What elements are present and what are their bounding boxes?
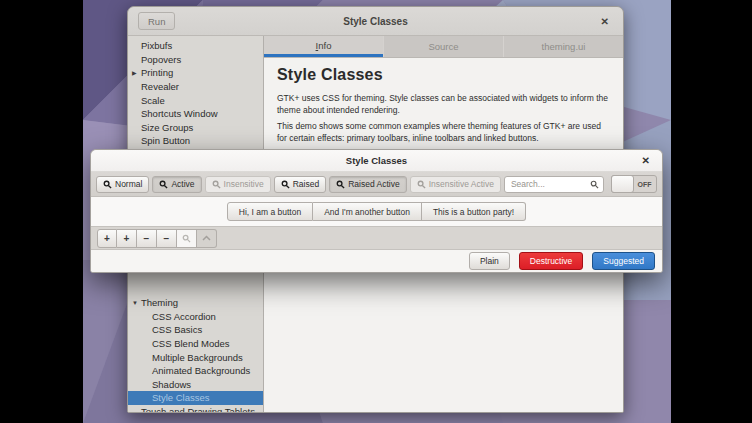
and-im-another-button[interactable]: And I'm another button <box>313 202 422 221</box>
search-icon <box>159 180 168 189</box>
info-heading: Style Classes <box>277 66 610 84</box>
raised-active-button[interactable]: Raised Active <box>329 176 407 193</box>
info-paragraph-1: GTK+ uses CSS for theming. Style classes… <box>277 93 610 116</box>
switch-off-label: OFF <box>633 176 656 192</box>
dialog-title: Style Classes <box>91 155 662 166</box>
dialog-headerbar: Style Classes ✕ <box>91 150 662 172</box>
sidebar-item-pixbufs[interactable]: Pixbufs <box>128 39 263 53</box>
primary-toolbar: Normal Active Insensitive Raised Raised … <box>91 172 662 197</box>
demo-headerbar: Run Style Classes ✕ <box>128 7 623 36</box>
sidebar-item-scale[interactable]: Scale <box>128 93 263 107</box>
sidebar-item-css-accordion[interactable]: CSS Accordion <box>128 310 263 324</box>
linked-buttons-row: Hi, I am a button And I'm another button… <box>91 197 662 226</box>
remove-button[interactable]: − <box>157 229 177 248</box>
tab-source[interactable]: Source <box>383 36 503 57</box>
notebook-tabbar: Info Source theming.ui <box>264 36 623 58</box>
add-button[interactable]: + <box>117 229 137 248</box>
hi-i-am-a-button[interactable]: Hi, I am a button <box>227 202 313 221</box>
add-button[interactable]: + <box>97 229 117 248</box>
search-toggle-button[interactable] <box>177 229 197 248</box>
linked-buttons: Hi, I am a button And I'm another button… <box>227 202 526 221</box>
sidebar-item-revealer[interactable]: Revealer <box>128 80 263 94</box>
insensitive-button: Insensitive <box>205 176 271 193</box>
remove-button[interactable]: − <box>137 229 157 248</box>
search-icon <box>336 180 345 189</box>
demo-window-title: Style Classes <box>128 16 623 27</box>
sidebar-top-group: Pixbufs Popovers ▶Printing Revealer Scal… <box>128 36 263 148</box>
search-icon <box>590 180 599 189</box>
expander-icon[interactable]: ▶ <box>132 69 137 76</box>
sidebar-item-css-basics[interactable]: CSS Basics <box>128 323 263 337</box>
sidebar-item-css-blend-modes[interactable]: CSS Blend Modes <box>128 337 263 351</box>
sidebar-bottom-group: ▼Theming CSS Accordion CSS Basics CSS Bl… <box>128 296 263 413</box>
search-icon <box>212 180 221 189</box>
button-party-button[interactable]: This is a button party! <box>422 202 526 221</box>
info-content: Style Classes GTK+ uses CSS for theming.… <box>264 58 623 157</box>
dialog-action-area: Plain Destructive Suggested <box>91 250 662 272</box>
sidebar-item-size-groups[interactable]: Size Groups <box>128 121 263 135</box>
expander-icon[interactable]: ▼ <box>132 300 138 306</box>
plain-button[interactable]: Plain <box>469 252 510 270</box>
chevron-up-button <box>197 229 217 248</box>
run-button-label: Run <box>148 16 165 27</box>
raised-button[interactable]: Raised <box>274 176 326 193</box>
active-button[interactable]: Active <box>152 176 201 193</box>
search-icon <box>417 180 426 189</box>
sidebar-item-multiple-backgrounds[interactable]: Multiple Backgrounds <box>128 350 263 364</box>
off-switch[interactable]: OFF <box>611 175 657 193</box>
suggested-button[interactable]: Suggested <box>592 252 655 270</box>
inline-toolbar: + + − − <box>91 226 662 250</box>
tab-theming-ui[interactable]: theming.ui <box>503 36 623 57</box>
style-classes-dialog: Style Classes ✕ Normal Active Insensitiv… <box>90 149 663 273</box>
chevron-up-icon <box>202 235 211 241</box>
sidebar-item-shortcuts-window[interactable]: Shortcuts Window <box>128 107 263 121</box>
info-paragraph-2: This demo shows some common examples whe… <box>277 121 610 144</box>
search-entry[interactable] <box>504 176 604 193</box>
search-icon <box>281 180 290 189</box>
switch-slider[interactable] <box>611 175 634 193</box>
run-button[interactable]: Run <box>138 12 175 30</box>
tab-info[interactable]: Info <box>264 36 383 57</box>
sidebar-item-printing[interactable]: ▶Printing <box>128 66 263 80</box>
search-input[interactable] <box>511 179 590 189</box>
sidebar-item-animated-backgrounds[interactable]: Animated Backgrounds <box>128 364 263 378</box>
sidebar-item-theming[interactable]: ▼Theming <box>128 296 263 310</box>
sidebar-item-spin-button[interactable]: Spin Button <box>128 134 263 148</box>
insensitive-active-button: Insensitive Active <box>410 176 501 193</box>
sidebar-item-shadows[interactable]: Shadows <box>128 378 263 392</box>
search-icon <box>182 234 191 243</box>
destructive-button[interactable]: Destructive <box>519 252 584 270</box>
sidebar-item-style-classes[interactable]: Style Classes <box>128 391 263 405</box>
search-icon <box>103 180 112 189</box>
sidebar-item-touch-and-drawing-tablets[interactable]: Touch and Drawing Tablets <box>128 405 263 413</box>
close-icon[interactable]: ✕ <box>639 154 653 167</box>
close-icon[interactable]: ✕ <box>597 14 613 29</box>
sidebar-item-popovers[interactable]: Popovers <box>128 53 263 67</box>
normal-button[interactable]: Normal <box>96 176 149 193</box>
